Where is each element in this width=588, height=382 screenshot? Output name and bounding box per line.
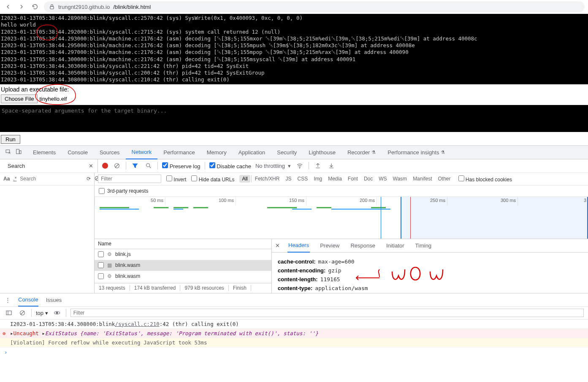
search-icon[interactable]: [144, 161, 153, 170]
address-bar[interactable]: trungnt2910.github.io/blink/blink.html: [44, 1, 585, 12]
search-panel-header: Search ✕: [3, 159, 98, 172]
terminal-output: I2023-01-13T05:38:44.289000:blink/syscal…: [0, 14, 588, 84]
args-input[interactable]: [0, 105, 588, 132]
devtools-tab-performance-insights[interactable]: Performance insights ⚗: [382, 146, 451, 159]
name-column-header[interactable]: Name: [98, 241, 111, 247]
filter-type-fetch/xhr[interactable]: Fetch/XHR: [252, 175, 282, 183]
regex-icon[interactable]: .*: [13, 176, 16, 182]
reload-button[interactable]: [30, 2, 40, 11]
download-icon[interactable]: [327, 161, 336, 170]
detail-tab-response[interactable]: Response: [350, 239, 376, 253]
request-list: Name ⚙blink.js▦blink.wasm⚙blink.wasm 13 …: [95, 239, 272, 293]
devtools-panel: ElementsConsoleSourcesNetworkPerformance…: [0, 145, 588, 371]
console-error-line: ▸Uncaught ▸ExitStatus {name: 'ExitStatus…: [0, 329, 588, 338]
back-button[interactable]: [3, 2, 13, 11]
filter-input[interactable]: [98, 175, 161, 183]
response-header: content-length:119165: [278, 276, 582, 282]
third-party-checkbox[interactable]: [99, 188, 105, 194]
devtools-tab-network[interactable]: Network: [126, 146, 158, 159]
forward-button[interactable]: [17, 2, 26, 11]
detail-tab-headers[interactable]: Headers: [287, 239, 310, 253]
console-warning-line: [Violation] Forced reflow while executin…: [0, 338, 588, 347]
request-row[interactable]: ⚙blink.js: [95, 249, 271, 260]
source-link[interactable]: /syscall.c:210: [115, 321, 159, 327]
devtools-tab-sources[interactable]: Sources: [94, 146, 126, 159]
svg-rect-8: [6, 311, 11, 315]
request-details: ✕ HeadersPreviewResponseInitiatorTiming …: [272, 239, 588, 293]
live-expression-icon[interactable]: [52, 308, 62, 317]
filter-type-img[interactable]: Img: [311, 175, 325, 183]
preserve-log-checkbox[interactable]: Preserve log: [162, 162, 201, 169]
devtools-tab-elements[interactable]: Elements: [27, 146, 62, 159]
console-prompt[interactable]: ›: [0, 347, 588, 357]
hide-data-urls-checkbox[interactable]: Hide data URLs: [191, 175, 234, 183]
filter-type-doc[interactable]: Doc: [361, 175, 375, 183]
upload-icon[interactable]: [313, 161, 322, 170]
invert-checkbox[interactable]: Invert: [166, 175, 186, 183]
devtools-tab-lighthouse[interactable]: Lighthouse: [303, 146, 341, 159]
upload-label: Upload an executable file:: [1, 86, 587, 93]
chosen-file-name: tinyhello.elf: [39, 96, 67, 102]
devtools-tab-security[interactable]: Security: [271, 146, 303, 159]
throttling-select[interactable]: No throttling ▾: [255, 163, 291, 169]
blocked-cookies-checkbox[interactable]: Has blocked cookies: [458, 175, 512, 183]
filter-type-font[interactable]: Font: [345, 175, 360, 183]
request-row[interactable]: ▦blink.wasm: [95, 260, 271, 271]
match-case-icon[interactable]: Aa: [3, 176, 10, 182]
device-icon[interactable]: [15, 148, 22, 156]
filter-type-css[interactable]: CSS: [295, 175, 310, 183]
detail-tab-initiator[interactable]: Initiator: [385, 239, 405, 253]
filter-type-all[interactable]: All: [239, 175, 250, 183]
network-toolbar: Search ✕ Preserve log Disable cache No t…: [0, 159, 588, 173]
clear-button[interactable]: [112, 161, 122, 170]
url-host: trungnt2910.github.io: [58, 4, 110, 10]
filter-type-js[interactable]: JS: [283, 175, 294, 183]
filter-type-media[interactable]: Media: [325, 175, 344, 183]
devtools-tab-console[interactable]: Console: [62, 146, 94, 159]
devtools-tab-memory[interactable]: Memory: [201, 146, 233, 159]
sidebar-toggle-icon[interactable]: [4, 308, 14, 317]
response-header: cache-control:max-age=600: [278, 258, 582, 265]
svg-rect-0: [50, 6, 54, 9]
page-content: Upload an executable file: Choose File t…: [0, 84, 588, 105]
svg-point-10: [56, 312, 58, 314]
record-button[interactable]: [102, 163, 108, 169]
close-icon[interactable]: ✕: [89, 163, 93, 169]
search-input[interactable]: [20, 176, 83, 182]
devtools-tab-performance[interactable]: Performance: [157, 146, 201, 159]
inspect-icon[interactable]: [5, 148, 12, 156]
console-clear-icon[interactable]: [18, 308, 27, 317]
filter-icon[interactable]: [130, 161, 140, 170]
response-header: content-encoding:gzip: [278, 267, 582, 274]
filter-type-other[interactable]: Other: [435, 175, 453, 183]
filter-type-ws[interactable]: WS: [376, 175, 389, 183]
console-tab[interactable]: Console: [18, 293, 38, 307]
choose-file-button[interactable]: Choose File: [1, 94, 38, 103]
context-select[interactable]: top ▾: [36, 310, 48, 316]
devtools-tab-application[interactable]: Application: [233, 146, 271, 159]
issues-tab[interactable]: Issues: [46, 293, 62, 307]
disable-cache-checkbox[interactable]: Disable cache: [209, 162, 251, 169]
network-search-panel: Aa .* ⟳: [0, 173, 95, 293]
wifi-icon[interactable]: [295, 161, 304, 170]
svg-rect-3: [19, 151, 21, 153]
console-drawer: ⋮ Console Issues top ▾ I2023-01-13T05:38…: [0, 293, 588, 371]
drawer-menu-icon[interactable]: ⋮: [5, 297, 11, 303]
lock-icon: [49, 4, 55, 10]
devtools-tab-bar: ElementsConsoleSourcesNetworkPerformance…: [0, 146, 588, 159]
svg-rect-2: [16, 149, 19, 154]
browser-toolbar: trungnt2910.github.io/blink/blink.html: [0, 0, 588, 14]
console-log-line: I2023-01-13T05:38:44.308000:blink/syscal…: [0, 320, 588, 329]
svg-point-5: [146, 164, 150, 167]
devtools-tab-recorder[interactable]: Recorder ⚗: [341, 146, 382, 159]
run-button[interactable]: Run: [1, 135, 20, 144]
detail-tab-timing[interactable]: Timing: [415, 239, 433, 253]
filter-type-wasm[interactable]: Wasm: [390, 175, 410, 183]
close-details-icon[interactable]: ✕: [275, 242, 280, 249]
detail-tab-preview[interactable]: Preview: [319, 239, 340, 253]
request-row[interactable]: ⚙blink.wasm: [95, 271, 271, 282]
console-filter-input[interactable]: [70, 309, 584, 317]
filter-type-manifest[interactable]: Manifest: [410, 175, 434, 183]
refresh-icon[interactable]: ⟳: [87, 176, 91, 182]
network-overview[interactable]: 50 ms100 ms150 ms200 ms250 ms300 ms3: [95, 197, 588, 239]
